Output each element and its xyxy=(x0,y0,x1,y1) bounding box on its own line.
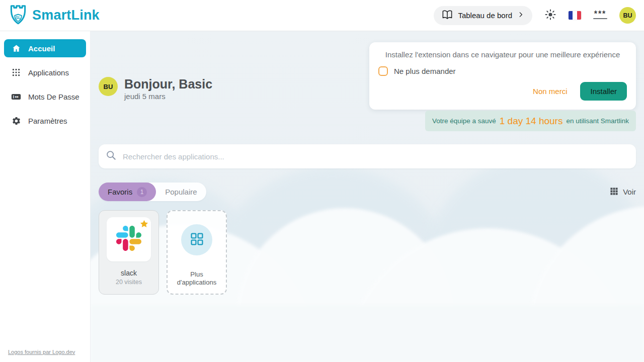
app-logo: SL SmartLink xyxy=(8,4,100,28)
grid-view-icon xyxy=(610,187,618,197)
extension-install-card: Installez l'extension dans ce navigateur… xyxy=(369,42,636,110)
tab-favoris[interactable]: Favoris 1 xyxy=(99,183,156,201)
user-avatar[interactable]: BU xyxy=(619,7,636,24)
password-field-icon: ** xyxy=(11,92,21,102)
dont-ask-again-label: Ne plus demander xyxy=(394,67,456,75)
logo-attribution-link[interactable]: Logos fournis par Logo.dev xyxy=(8,349,75,355)
favorite-star-icon xyxy=(139,219,149,229)
sidebar: Accueil Applications ** xyxy=(0,31,91,362)
app-search-bar xyxy=(99,144,636,168)
top-header: SL SmartLink Tableau de bord xyxy=(0,0,644,31)
view-toggle-button[interactable]: Voir xyxy=(610,187,636,197)
view-label: Voir xyxy=(623,188,636,196)
decline-install-button[interactable]: Non merci xyxy=(533,87,567,96)
svg-text:SL: SL xyxy=(16,16,21,20)
dont-ask-again-checkbox[interactable] xyxy=(378,66,388,76)
tab-populaire[interactable]: Populaire xyxy=(156,183,206,201)
app-visit-count: 20 visites xyxy=(116,279,142,286)
time-saved-banner: Votre équipe a sauvé 1 day 14 hours en u… xyxy=(425,111,636,131)
home-icon xyxy=(11,43,21,53)
sidebar-item-label: Applications xyxy=(28,68,69,77)
greeting-block: BU Bonjour, Basic jeudi 5 mars xyxy=(99,77,212,101)
greeting-title: Bonjour, Basic xyxy=(124,77,212,91)
app-name: slack xyxy=(121,269,137,277)
install-extension-button[interactable]: Installer xyxy=(580,82,627,101)
gear-icon xyxy=(11,116,21,126)
sidebar-item-label: Accueil xyxy=(28,44,55,53)
language-flag-button[interactable] xyxy=(569,11,581,20)
app-card-slack[interactable]: slack 20 visites xyxy=(99,210,159,295)
greeting-avatar: BU xyxy=(99,77,118,96)
french-flag-icon xyxy=(569,11,581,20)
greeting-date: jeudi 5 mars xyxy=(124,92,212,101)
theme-toggle-button[interactable] xyxy=(544,9,556,22)
sun-icon xyxy=(544,9,556,22)
sidebar-item-mots-de-passe[interactable]: ** Mots De Passe xyxy=(4,87,86,106)
asterisks-icon: *** xyxy=(593,12,607,19)
tab-populaire-label: Populaire xyxy=(165,188,197,196)
favoris-count-badge: 1 xyxy=(137,187,147,197)
grid-2x2-icon xyxy=(190,232,204,248)
header-actions: Tableau de bord xyxy=(434,6,636,25)
sidebar-item-parametres[interactable]: Paramètres xyxy=(4,112,86,130)
sidebar-item-applications[interactable]: Applications xyxy=(4,63,86,81)
slack-logo-icon xyxy=(116,226,141,253)
svg-text:**: ** xyxy=(15,95,19,100)
search-input[interactable] xyxy=(123,152,629,161)
time-saved-prefix: Votre équipe a sauvé xyxy=(432,117,496,125)
extension-message: Installez l'extension dans ce navigateur… xyxy=(378,50,627,59)
category-tabs: Favoris 1 Populaire xyxy=(99,183,206,201)
tabs-row: Favoris 1 Populaire xyxy=(99,183,636,201)
app-tile xyxy=(107,217,151,261)
dashboard-button[interactable]: Tableau de bord xyxy=(434,6,532,25)
sidebar-item-label: Paramètres xyxy=(28,117,67,125)
password-quick-access-button[interactable]: *** xyxy=(593,12,607,19)
time-saved-value: 1 day 14 hours xyxy=(500,116,563,127)
brand-name: SmartLink xyxy=(32,8,100,23)
sidebar-item-label: Mots De Passe xyxy=(28,93,79,101)
shield-castle-logo-icon: SL xyxy=(8,4,28,28)
favorite-apps-grid: slack 20 visites Plus d'applications xyxy=(99,210,227,295)
open-book-icon xyxy=(442,10,453,21)
search-icon xyxy=(106,150,117,163)
more-apps-card[interactable]: Plus d'applications xyxy=(167,210,227,295)
sidebar-item-accueil[interactable]: Accueil xyxy=(4,39,86,57)
grid-9-dots-icon xyxy=(11,67,21,77)
tab-favoris-label: Favoris xyxy=(108,188,132,196)
main-content: BU Bonjour, Basic jeudi 5 mars Installez… xyxy=(91,31,644,362)
more-apps-label: Plus d'applications xyxy=(175,270,218,287)
smartlink-dashboard: SL SmartLink Tableau de bord xyxy=(0,0,644,362)
chevron-right-icon xyxy=(517,11,524,20)
dashboard-button-label: Tableau de bord xyxy=(458,11,512,20)
time-saved-suffix: en utilisant Smartlink xyxy=(566,117,629,125)
more-apps-circle xyxy=(181,224,212,255)
